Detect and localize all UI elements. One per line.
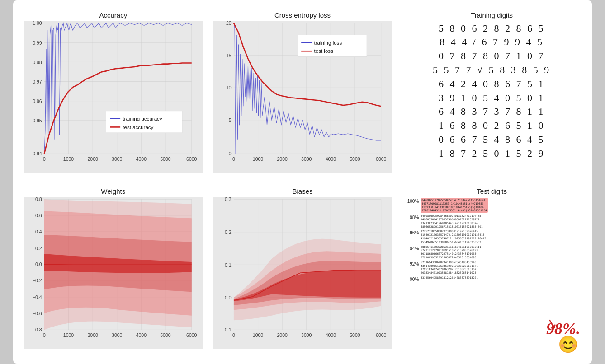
svg-text:0.0: 0.0 <box>35 261 42 267</box>
svg-text:test loss: test loss <box>314 48 333 54</box>
weights-svg: 0.8 0.6 0.4 0.2 0.0 −0.2 −0.4 −0.6 −0.8 … <box>24 197 203 349</box>
svg-text:4000: 4000 <box>325 156 336 162</box>
test-row-90: 90% 83145694158301812126840833735913201 <box>402 276 581 282</box>
cross-entropy-chart-area: 20 15 10 5 0 0 1000 2000 3000 4000 5000 … <box>213 21 392 173</box>
svg-text:2000: 2000 <box>277 156 288 162</box>
training-digits-content: 5 8 0 6 2 8 2 8 6 5 8 4 4 / 6 7 9 9 4 5 … <box>402 22 581 161</box>
pct-label-94: 94% <box>402 245 419 251</box>
svg-text:1000: 1000 <box>63 156 74 162</box>
cross-entropy-chart-panel: Cross entropy loss 20 15 10 5 <box>210 8 396 180</box>
svg-text:0.6: 0.6 <box>35 213 42 218</box>
svg-text:3000: 3000 <box>301 332 312 338</box>
svg-text:training loss: training loss <box>314 40 342 45</box>
svg-text:3000: 3000 <box>112 332 123 338</box>
digit-row-10: 1 8 7 2 5 0 1 5 2 9 <box>402 147 581 161</box>
biases-chart-title: Biases <box>213 187 392 195</box>
digit-row-8: 1 6 8 8 0 2 6 5 1 0 <box>402 119 581 133</box>
biases-svg: 0.3 0.2 0.1 0.0 −0.1 0 1000 2000 3000 40… <box>213 197 392 349</box>
weights-chart-title: Weights <box>24 187 203 195</box>
test-row-98: 98% 445980601597844685074013132471219443… <box>402 214 581 228</box>
digit-row-2: 8 4 4 / 6 7 9 9 4 5 <box>402 35 581 49</box>
svg-text:6000: 6000 <box>376 332 387 338</box>
svg-text:0.99: 0.99 <box>33 40 42 45</box>
cross-entropy-svg: 20 15 10 5 0 0 1000 2000 3000 4000 5000 … <box>213 21 392 173</box>
svg-text:3000: 3000 <box>301 156 312 162</box>
svg-text:−0.6: −0.6 <box>33 311 42 316</box>
svg-text:5000: 5000 <box>350 156 360 162</box>
test-row-100: 100% 8490075197065150757.4.2108475115515… <box>402 198 581 213</box>
svg-text:−0.4: −0.4 <box>33 294 42 300</box>
digit-row-1: 5 8 0 6 2 8 2 8 6 5 <box>402 22 581 36</box>
svg-text:6000: 6000 <box>376 156 387 162</box>
pct-label-100: 100% <box>402 198 419 204</box>
svg-text:6000: 6000 <box>186 332 197 338</box>
svg-text:0: 0 <box>43 332 46 338</box>
svg-text:0: 0 <box>228 151 231 156</box>
svg-text:0.2: 0.2 <box>35 246 42 251</box>
svg-text:0.1: 0.1 <box>225 262 232 268</box>
pct-label-98: 98% <box>402 214 419 220</box>
svg-text:1.00: 1.00 <box>33 21 42 26</box>
digit-row-3: 0 7 8 7 8 0 7 1 0 7 <box>402 49 581 63</box>
svg-text:4000: 4000 <box>136 156 147 162</box>
svg-text:0.8: 0.8 <box>35 197 42 202</box>
svg-text:0.98: 0.98 <box>33 59 42 65</box>
svg-text:0.96: 0.96 <box>33 98 42 103</box>
digit-row-6: 3 9 1 0 5 4 0 5 0 1 <box>402 91 581 105</box>
svg-text:5000: 5000 <box>160 332 171 338</box>
test-row-90-content: 83145694158301812126840833735913201 <box>421 276 477 280</box>
biases-chart-panel: Biases 0.3 0.2 0.1 0.0 <box>210 184 396 356</box>
test-row-96: 96% 12252118158002073900319192139026415 … <box>402 229 581 243</box>
svg-text:0: 0 <box>232 332 235 338</box>
test-row-96-content: 12252118158002073900319192139026415 4194… <box>421 229 486 243</box>
svg-text:4000: 4000 <box>325 332 336 338</box>
test-row-100-content: 8490075197065150757.4.21084751155151691 … <box>421 198 488 213</box>
accuracy-chart-title: Accuracy <box>24 11 203 19</box>
training-digits-title: Training digits <box>402 11 581 19</box>
svg-text:5: 5 <box>228 117 231 123</box>
svg-text:0: 0 <box>43 156 46 162</box>
svg-text:−0.1: −0.1 <box>222 327 232 332</box>
svg-text:0.95: 0.95 <box>33 118 42 123</box>
test-row-98-content: 4459806015978446850740131324712194435 14… <box>421 214 482 228</box>
svg-text:0: 0 <box>232 156 235 162</box>
svg-text:5000: 5000 <box>350 332 360 338</box>
test-digits-title: Test digits <box>402 187 581 195</box>
test-row-92: 92% 6211694310640234100057345193456943 4… <box>402 261 581 275</box>
accuracy-svg: 1.00 0.99 0.98 0.97 0.96 0.95 0.94 0 100… <box>24 21 203 173</box>
digit-row-4: 5 5 7 7 √ 5 8 3 8 5 9 <box>402 63 581 77</box>
svg-text:4000: 4000 <box>136 332 147 338</box>
svg-text:0.4: 0.4 <box>35 229 42 234</box>
accuracy-chart-area: 1.00 0.99 0.98 0.97 0.96 0.95 0.94 0 100… <box>24 21 203 173</box>
svg-text:−0.2: −0.2 <box>33 278 42 283</box>
svg-text:0.94: 0.94 <box>33 151 42 156</box>
happy-emoji: 😊 <box>558 335 578 354</box>
svg-text:15: 15 <box>226 53 232 58</box>
digit-row-9: 0 6 6 7 5 4 8 6 4 5 <box>402 133 581 147</box>
svg-text:1000: 1000 <box>253 156 264 162</box>
svg-text:2000: 2000 <box>277 332 288 338</box>
svg-text:3000: 3000 <box>112 156 123 162</box>
svg-text:20: 20 <box>226 21 232 26</box>
svg-text:0.97: 0.97 <box>33 79 42 84</box>
digit-row-5: 6 4 2 4 0 8 6 7 5 1 <box>402 77 581 91</box>
pct-label-96: 96% <box>402 229 419 235</box>
test-row-94: 94% 288854111037286315115604151196203561… <box>402 245 581 259</box>
biases-chart-area: 0.3 0.2 0.1 0.0 −0.1 0 1000 2000 3000 40… <box>213 197 392 349</box>
pct-label-92: 92% <box>402 261 419 266</box>
svg-text:2000: 2000 <box>87 332 98 338</box>
svg-text:6000: 6000 <box>186 156 197 162</box>
svg-text:0.3: 0.3 <box>225 197 232 202</box>
svg-text:10: 10 <box>226 85 232 90</box>
test-row-92-content: 6211694310640234100057345193456943 43914… <box>421 261 477 275</box>
svg-text:−0.8: −0.8 <box>33 327 42 332</box>
svg-text:training accuracy: training accuracy <box>123 116 162 121</box>
pct-label-90: 90% <box>402 276 419 282</box>
weights-chart-area: 0.8 0.6 0.4 0.2 0.0 −0.2 −0.4 −0.6 −0.8 … <box>24 197 203 349</box>
svg-text:test accuracy: test accuracy <box>123 124 153 130</box>
svg-text:2000: 2000 <box>87 156 98 162</box>
digit-row-7: 6 4 8 3 7 3 7 8 1 1 <box>402 105 581 119</box>
test-digits-panel: Test digits 100% 8490075197065150757.4.2… <box>399 184 585 356</box>
svg-text:1000: 1000 <box>253 332 264 338</box>
test-row-94-content: 2888541110372863151156041511962035611 57… <box>421 245 481 259</box>
